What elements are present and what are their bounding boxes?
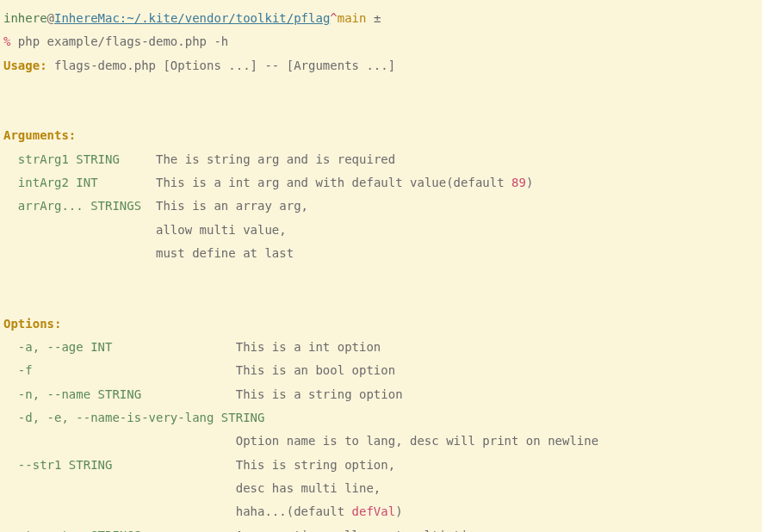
arg-intarg2-default: 89 <box>511 176 526 189</box>
opt-name-name: -n, --name STRING <box>3 387 236 401</box>
arg-intarg2-name: intArg2 INT <box>3 176 156 189</box>
arg-arrarg-line3: must define at last <box>3 246 294 260</box>
arg-arrarg-desc: This is an array arg, <box>156 199 308 213</box>
arg-intarg2-close: ) <box>526 176 533 189</box>
usage-text: flags-demo.php [Options ...] -- [Argumen… <box>47 59 396 72</box>
prompt-host-path: InhereMac:~/.kite/vendor/toolkit/pflag <box>54 11 330 25</box>
opt-str1-line2: desc has multi line, <box>3 481 381 495</box>
opt-age-desc: This is a int option <box>236 340 381 354</box>
command-text: php example/flags-demo.php -h <box>10 34 228 48</box>
opt-longname-desc: Option name is to lang, desc will print … <box>3 434 598 448</box>
options-header: Options: <box>3 317 61 331</box>
arguments-header: Arguments: <box>3 128 76 142</box>
opt-name-desc: This is a string option <box>236 387 403 401</box>
opt-longname-name: -d, -e, --name-is-very-lang STRING <box>3 411 264 424</box>
arg-strarg1-name: strArg1 STRING <box>3 152 156 166</box>
prompt-caret: ^ <box>330 11 337 25</box>
prompt-branch: main <box>338 11 367 25</box>
arg-arrarg-name: arrArg... STRINGS <box>3 199 156 213</box>
prompt-dirty: ± <box>366 11 381 25</box>
terminal-output: inhere@InhereMac:~/.kite/vendor/toolkit/… <box>3 7 755 532</box>
arg-arrarg-line2: allow multi value, <box>3 223 287 237</box>
opt-str1-default: defVal <box>352 504 396 518</box>
opt-str1-line3a: haha...(default <box>3 504 352 518</box>
opt-tag-desc: Array option, allow set multi times <box>236 529 490 532</box>
opt-age-name: -a, --age INT <box>3 340 236 354</box>
opt-f-desc: This is an bool option <box>236 363 395 377</box>
opt-str1-line3b: ) <box>395 504 402 518</box>
arg-strarg1-desc: The is string arg and is required <box>156 152 395 166</box>
opt-tag-name: -t, --tag STRINGS <box>3 529 236 532</box>
opt-str1-desc: This is string option, <box>236 458 395 472</box>
opt-str1-name: --str1 STRING <box>3 458 236 472</box>
usage-label: Usage: <box>3 59 47 72</box>
opt-f-name: -f <box>3 363 236 377</box>
prompt-user: inhere <box>3 11 47 25</box>
prompt-at: @ <box>47 11 54 25</box>
arg-intarg2-desc: This is a int arg and with default value… <box>156 176 511 189</box>
